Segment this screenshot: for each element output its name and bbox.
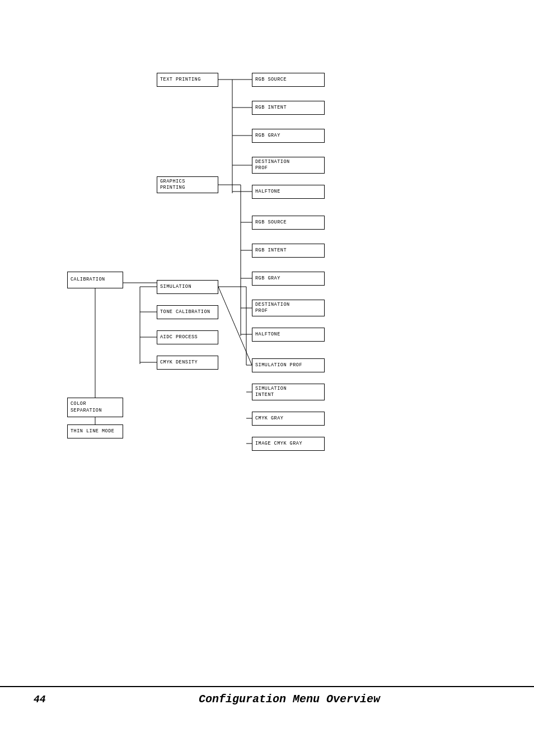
page-number: 44 — [34, 694, 78, 705]
box-rgb-source-2: RGB SOURCE — [252, 216, 325, 230]
box-rgb-gray-1: RGB GRAY — [252, 129, 325, 143]
box-cmyk-density: CMYK DENSITY — [157, 356, 218, 370]
box-halftone-1: HALFTONE — [252, 185, 325, 199]
footer: 44 Configuration Menu Overview — [0, 686, 534, 711]
box-rgb-intent-1: RGB INTENT — [252, 101, 325, 115]
svg-line-6 — [218, 287, 252, 365]
page-title: Configuration Menu Overview — [78, 693, 500, 706]
box-tone-calibration: TONE CALIBRATION — [157, 305, 218, 319]
box-dest-prof-1: DESTINATION PROF — [252, 157, 325, 174]
box-simulation: SIMULATION — [157, 280, 218, 294]
box-cmyk-gray: CMYK GRAY — [252, 412, 325, 426]
diagram: CALIBRATION COLOR SEPARATION THIN LINE M… — [67, 73, 470, 510]
box-graphics-printing: GRAPHICS PRINTING — [157, 176, 218, 193]
box-image-cmyk-gray: IMAGE CMYK GRAY — [252, 437, 325, 451]
box-halftone-2: HALFTONE — [252, 328, 325, 342]
box-rgb-source-1: RGB SOURCE — [252, 73, 325, 87]
box-aidc-process: AIDC PROCESS — [157, 330, 218, 344]
box-simulation-prof: SIMULATION PROF — [252, 358, 325, 372]
box-thin-line-mode: THIN LINE MODE — [67, 424, 123, 438]
page: CALIBRATION COLOR SEPARATION THIN LINE M… — [0, 0, 534, 756]
box-rgb-gray-2: RGB GRAY — [252, 272, 325, 286]
box-rgb-intent-2: RGB INTENT — [252, 244, 325, 258]
box-calibration: CALIBRATION — [67, 272, 123, 288]
box-text-printing: TEXT PRINTING — [157, 73, 218, 87]
box-simulation-intent: SIMULATION INTENT — [252, 384, 325, 400]
box-dest-prof-2: DESTINATION PROF — [252, 300, 325, 316]
box-color-separation: COLOR SEPARATION — [67, 398, 123, 417]
